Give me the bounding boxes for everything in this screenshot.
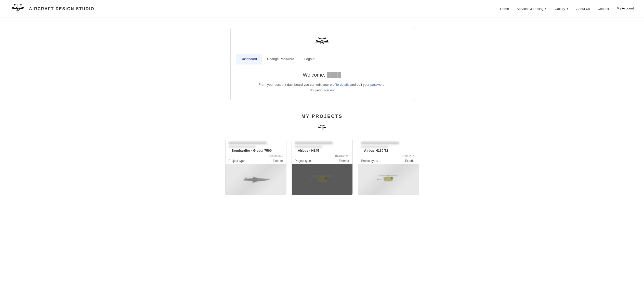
project-type-label-1: Project type: xyxy=(229,159,246,163)
tab-change-password[interactable]: Change Password xyxy=(262,54,299,64)
project-placeholder-3 xyxy=(358,164,419,195)
blur-title-3 xyxy=(361,142,399,144)
tab-dashboard[interactable]: Dashboard xyxy=(236,54,262,64)
logo-area[interactable]: AIRCRAFT DESIGN STUDIO xyxy=(10,3,94,15)
svg-point-4 xyxy=(17,8,19,10)
divider-line-right xyxy=(330,128,419,128)
project-card-3-meta: Airbus H130 T2 xyxy=(358,149,419,154)
project-type-value-2: Exterior xyxy=(339,159,349,163)
project-card-2-header-blur xyxy=(292,140,352,148)
helicopter-silhouette-3 xyxy=(376,173,401,187)
account-body: Welcome, ████ From your account dashboar… xyxy=(231,64,414,101)
main-nav: Home Services & Pricing ▼ Gallery ▼ Abou… xyxy=(500,6,634,11)
projects-divider xyxy=(225,124,419,132)
project-name-2: Airbus - H145 xyxy=(295,149,322,153)
projects-section: MY PROJECTS xyxy=(225,114,419,195)
blur-subtitle-2 xyxy=(295,146,322,148)
divider-line-left xyxy=(225,128,314,128)
svg-point-17 xyxy=(252,178,258,179)
project-card-1-meta: Bombardier - Global 7500 xyxy=(226,149,286,154)
svg-rect-18 xyxy=(259,179,264,179)
project-card-1[interactable]: Bombardier - Global 7500 01/03/2025 Proj… xyxy=(225,140,286,195)
account-description: From your account dashboard you can edit… xyxy=(241,82,403,93)
project-card-2-meta: Airbus - H145 xyxy=(292,149,352,154)
project-image-3 xyxy=(358,164,419,195)
svg-point-14 xyxy=(322,127,323,129)
tab-logout[interactable]: Logout xyxy=(299,54,320,64)
blur-title-1 xyxy=(229,142,267,144)
project-date-1: 01/03/2025 xyxy=(269,154,283,158)
welcome-heading: Welcome, ████ xyxy=(241,72,403,78)
svg-point-20 xyxy=(321,175,323,177)
logo-icon xyxy=(10,3,25,15)
blur-title-2 xyxy=(295,142,333,144)
project-date-3: 01/01/2025 xyxy=(401,154,415,158)
username-text: ████ xyxy=(327,72,341,78)
gallery-dropdown-icon: ▼ xyxy=(566,7,569,10)
project-name-1: Bombardier - Global 7500 xyxy=(229,149,275,153)
project-card-3-header-blur xyxy=(358,140,419,148)
project-date-2: 01/01/2025 xyxy=(335,154,349,158)
account-tabs: Dashboard Change Password Logout xyxy=(231,54,414,64)
project-image-1 xyxy=(226,164,286,195)
divider-logo-icon xyxy=(317,124,327,132)
account-card: Dashboard Change Password Logout Welcome… xyxy=(230,28,414,101)
edit-password-link[interactable]: edit your password xyxy=(357,83,385,87)
project-image-2 xyxy=(292,164,352,195)
helicopter-silhouette-2 xyxy=(309,173,335,187)
site-header: AIRCRAFT DESIGN STUDIO Home Services & P… xyxy=(0,0,644,18)
main-content: Dashboard Change Password Logout Welcome… xyxy=(169,18,475,205)
account-card-logo-area xyxy=(231,28,414,54)
site-title: AIRCRAFT DESIGN STUDIO xyxy=(29,7,94,11)
project-name-3: Airbus H130 T2 xyxy=(361,149,391,153)
project-card-3[interactable]: Airbus H130 T2 01/01/2025 Project type: … xyxy=(358,140,419,195)
sign-out-link[interactable]: Sign out xyxy=(322,88,335,92)
project-type-label-3: Project type: xyxy=(361,159,378,163)
project-card-2[interactable]: Airbus - H145 01/01/2025 Project type: E… xyxy=(292,140,353,195)
project-type-label-2: Project type: xyxy=(295,159,312,163)
account-logo-icon xyxy=(314,36,330,49)
project-type-row-2: Project type: Exterior xyxy=(292,158,352,164)
blur-subtitle-1 xyxy=(229,146,256,148)
nav-home[interactable]: Home xyxy=(500,7,509,11)
project-placeholder-1 xyxy=(226,164,286,195)
project-type-row-1: Project type: Exterior xyxy=(226,158,286,164)
projects-title: MY PROJECTS xyxy=(225,114,419,119)
nav-my-account[interactable]: My Account xyxy=(617,6,634,11)
profile-details-link[interactable]: profile details xyxy=(330,83,349,87)
project-type-value-1: Exterior xyxy=(272,159,283,163)
svg-point-16 xyxy=(252,180,258,182)
aircraft-silhouette-1 xyxy=(241,173,271,186)
nav-gallery[interactable]: Gallery ▼ xyxy=(555,7,569,11)
nav-contact[interactable]: Contact xyxy=(598,7,609,11)
project-card-1-header-blur xyxy=(226,140,286,148)
services-dropdown-icon: ▼ xyxy=(545,7,547,10)
nav-about[interactable]: About Us xyxy=(576,7,590,11)
nav-services[interactable]: Services & Pricing ▼ xyxy=(517,7,547,11)
svg-point-26 xyxy=(387,175,388,176)
blur-subtitle-3 xyxy=(361,146,388,148)
svg-point-9 xyxy=(321,41,323,43)
projects-grid: Bombardier - Global 7500 01/03/2025 Proj… xyxy=(225,140,419,195)
project-type-value-3: Exterior xyxy=(405,159,415,163)
project-type-row-3: Project type: Exterior xyxy=(358,158,419,164)
